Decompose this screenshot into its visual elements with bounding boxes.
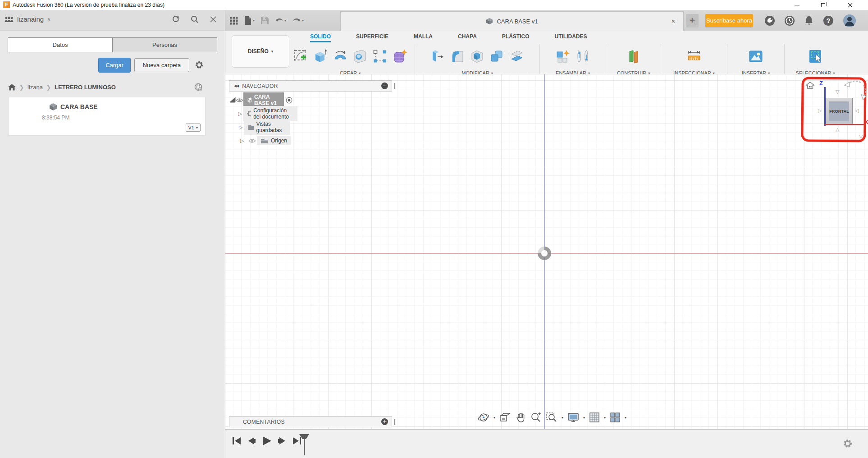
origin-marker[interactable]	[538, 247, 551, 260]
expander-collapsed-icon[interactable]: ▷	[237, 138, 247, 144]
breadcrumb-project[interactable]: LETRERO LUMINOSO	[55, 84, 116, 91]
expander-collapsed-icon[interactable]: ▷	[237, 124, 244, 130]
tab-datos[interactable]: Datos	[8, 38, 112, 52]
comments-panel-header[interactable]: COMENTARIOS +	[229, 416, 392, 427]
refresh-icon[interactable]	[172, 15, 180, 23]
hole-icon[interactable]	[352, 48, 368, 64]
breadcrumb-user[interactable]: lizana	[27, 84, 43, 91]
viewport-canvas[interactable]: ◀◀ NAVEGADOR − CARA BASE v1 ▷	[225, 74, 868, 429]
collapse-all-icon[interactable]: −	[381, 82, 388, 89]
minimize-button[interactable]	[787, 0, 807, 10]
orbit-icon[interactable]	[478, 412, 489, 423]
zoom-window-icon[interactable]	[546, 412, 557, 423]
rotate-right-arrow-icon[interactable]: ▷	[818, 108, 822, 114]
combine-icon[interactable]	[489, 48, 505, 64]
version-dropdown[interactable]: V1 ▾	[186, 124, 201, 132]
panel-drag-handle[interactable]	[394, 419, 396, 425]
joint-icon[interactable]	[575, 48, 591, 64]
help-icon[interactable]: ?	[823, 15, 834, 26]
file-menu-button[interactable]: ▾	[244, 16, 255, 25]
ribbon-tab-utilidades[interactable]: UTILIDADES	[554, 33, 587, 42]
grid-settings-icon[interactable]	[589, 412, 600, 423]
insert-image-icon[interactable]	[748, 48, 764, 64]
new-component-icon[interactable]	[555, 48, 571, 64]
visibility-eye-icon[interactable]	[236, 98, 243, 103]
collapse-panel-icon[interactable]: ◀◀	[234, 84, 238, 88]
expander-collapsed-icon[interactable]: ▷	[237, 111, 243, 117]
ribbon-tab-malla[interactable]: MALLA	[414, 33, 433, 42]
zoom-icon[interactable]	[530, 412, 542, 423]
account-menu[interactable]: lizanaing ∨	[5, 15, 51, 23]
new-tab-button[interactable]: +	[686, 14, 699, 27]
roll-rotate-arrows-icon[interactable]	[844, 77, 868, 101]
select-icon[interactable]	[807, 48, 823, 64]
tree-row-saved-views[interactable]: ▷ Vistas guardadas	[237, 122, 290, 133]
upload-button[interactable]: Cargar	[98, 58, 131, 73]
pattern-icon[interactable]	[372, 48, 388, 64]
panel-drag-handle[interactable]	[394, 83, 396, 89]
construction-plane-icon[interactable]	[626, 48, 642, 64]
add-comment-icon[interactable]: +	[381, 418, 388, 425]
restore-button[interactable]	[813, 0, 833, 10]
navigator-panel-header[interactable]: ◀◀ NAVEGADOR −	[229, 80, 392, 92]
ribbon-tab-solido[interactable]: SOLIDO	[310, 33, 331, 42]
viewports-icon[interactable]	[610, 412, 621, 423]
tree-row-document-settings[interactable]: ▷ Configuración del documento	[237, 108, 297, 119]
viewcube-front-face[interactable]: FRONTAL	[826, 98, 853, 125]
new-folder-button[interactable]: Nueva carpeta	[134, 58, 189, 72]
ribbon-tab-plastico[interactable]: PLÁSTICO	[502, 33, 530, 42]
ribbon-tab-superficie[interactable]: SUPERFICIE	[356, 33, 388, 42]
offset-face-icon[interactable]	[509, 48, 525, 64]
create-sketch-icon[interactable]	[292, 48, 309, 64]
tab-personas[interactable]: Personas	[112, 38, 217, 52]
panel-settings-button[interactable]	[195, 60, 204, 71]
measure-icon[interactable]	[686, 48, 702, 64]
job-status-clock-icon[interactable]	[784, 15, 795, 26]
dropdown-icon[interactable]: ▾	[493, 416, 495, 420]
timeline-settings-button[interactable]	[843, 439, 853, 450]
active-design-radio-icon[interactable]	[286, 97, 292, 104]
dropdown-icon[interactable]: ▾	[625, 416, 626, 420]
fillet-icon[interactable]	[449, 48, 466, 64]
play-button[interactable]	[261, 436, 272, 446]
document-tab[interactable]: CARA BASE v1 ×	[340, 11, 684, 31]
ribbon-tab-chapa[interactable]: CHAPA	[458, 33, 477, 42]
create-form-icon[interactable]	[392, 48, 408, 64]
redo-button[interactable]: ▾	[292, 17, 304, 24]
home-icon[interactable]	[8, 84, 16, 91]
root-node[interactable]: CARA BASE v1	[243, 92, 284, 108]
dropdown-icon[interactable]: ▾	[583, 416, 585, 420]
workspace-selector[interactable]: DISEÑO ▾	[232, 35, 289, 68]
search-icon[interactable]	[191, 15, 199, 23]
visibility-eye-icon[interactable]	[248, 138, 256, 143]
step-forward-button[interactable]	[277, 436, 287, 445]
revolve-icon[interactable]	[332, 48, 348, 64]
extensions-icon[interactable]	[764, 15, 775, 26]
app-grid-icon[interactable]	[230, 17, 238, 25]
rotate-up-arrow-icon[interactable]: △	[836, 127, 839, 133]
close-window-button[interactable]	[840, 0, 860, 10]
notifications-bell-icon[interactable]	[804, 15, 814, 26]
dropdown-icon[interactable]: ▾	[562, 416, 563, 420]
press-pull-icon[interactable]	[429, 48, 446, 64]
expander-expanded-icon[interactable]	[229, 97, 236, 103]
dropdown-icon[interactable]: ▾	[604, 416, 606, 420]
close-tab-button[interactable]: ×	[669, 17, 678, 26]
save-icon[interactable]	[261, 17, 269, 24]
document-card[interactable]: CARA BASE 8:38:54 PM V1 ▾	[8, 97, 206, 136]
user-avatar[interactable]	[843, 14, 856, 27]
step-back-button[interactable]	[247, 436, 256, 445]
rotate-down-arrow-icon[interactable]: ▽	[836, 89, 839, 95]
viewcube[interactable]: Z FRONTAL X ▽ ▷ ◁ △ ▽	[797, 74, 868, 146]
timeline-position-marker[interactable]	[297, 433, 311, 458]
rotate-left-arrow-icon[interactable]: ◁	[855, 108, 859, 114]
project-share-button[interactable]	[194, 83, 203, 94]
rotate-down-arrow-icon[interactable]: ▽	[859, 133, 863, 139]
tree-row-root[interactable]: CARA BASE v1	[229, 95, 292, 105]
subscribe-button[interactable]: Suscríbase ahora	[705, 14, 753, 27]
tree-row-origin[interactable]: ▷ Origen	[237, 135, 291, 146]
display-settings-icon[interactable]	[567, 412, 579, 423]
look-at-icon[interactable]	[499, 412, 511, 422]
extrude-icon[interactable]	[312, 48, 329, 64]
viewcube-home-button[interactable]	[806, 82, 814, 91]
